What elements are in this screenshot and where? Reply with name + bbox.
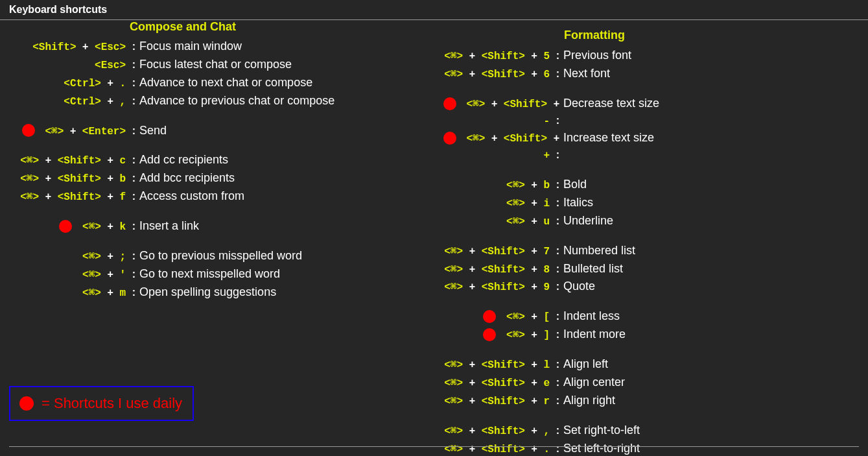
shortcut-row: <⌘> + b :Bold bbox=[433, 176, 662, 194]
shortcut-keys: <⌘> + <Shift> + 9 : bbox=[433, 279, 559, 296]
shortcut-description: Set left-to-right bbox=[563, 440, 640, 456]
shortcut-description: Focus main window bbox=[139, 38, 242, 56]
shortcut-description: Advance to next chat or compose bbox=[139, 74, 312, 92]
shortcut-keys: <Ctrl> + . : bbox=[9, 75, 135, 92]
shortcut-keys: <⌘> + <Shift> + - : bbox=[433, 96, 559, 130]
shortcut-description: Align right bbox=[563, 392, 615, 410]
shortcut-row: <⌘> + <Shift> + - :Decrease text size bbox=[433, 95, 662, 130]
shortcut-keys: <Ctrl> + , : bbox=[9, 93, 135, 110]
shortcut-description: Send bbox=[139, 122, 167, 140]
shortcut-description: Bold bbox=[563, 176, 587, 194]
shortcut-description: Go to previous misspelled word bbox=[139, 247, 302, 265]
shortcut-keys: <⌘> + u : bbox=[433, 213, 559, 230]
red-dot-icon bbox=[483, 310, 496, 323]
shortcut-row: <⌘> + ] :Indent more bbox=[433, 326, 662, 344]
shortcut-description: Focus latest chat or compose bbox=[139, 56, 292, 74]
shortcut-description: Increase text size bbox=[563, 129, 654, 147]
shortcut-keys: <Shift> + <Esc> : bbox=[9, 39, 135, 56]
shortcut-keys: <⌘> + <Shift> + 6 : bbox=[433, 66, 559, 83]
shortcut-keys: <⌘> + m : bbox=[9, 285, 135, 302]
shortcut-row: <⌘> + <Shift> + 8 :Bulleted list bbox=[433, 260, 662, 278]
shortcut-keys: <⌘> + <Shift> + 5 : bbox=[433, 48, 559, 65]
shortcut-keys: <⌘> + <Shift> + r : bbox=[433, 393, 559, 410]
shortcut-keys: <⌘> + <Shift> + 8 : bbox=[433, 261, 559, 278]
shortcut-description: Quote bbox=[563, 278, 595, 296]
shortcut-row: <⌘> + <Shift> + l :Align left bbox=[433, 355, 662, 374]
shortcut-group: <⌘> + <Shift> + l :Align left<⌘> + <Shif… bbox=[433, 355, 662, 410]
shortcut-description: Indent more bbox=[563, 326, 626, 344]
shortcut-keys: <⌘> + b : bbox=[433, 177, 559, 194]
shortcut-row: <⌘> + <Shift> + e :Align center bbox=[433, 374, 662, 392]
shortcut-keys: <⌘> + <Shift> + + : bbox=[433, 130, 559, 164]
footer-divider bbox=[9, 446, 859, 447]
shortcut-keys: <⌘> + <Shift> + , : bbox=[433, 423, 559, 440]
shortcut-keys: <⌘> + ] : bbox=[433, 327, 559, 344]
shortcut-row: <⌘> + <Shift> + 7 :Numbered list bbox=[433, 242, 662, 260]
shortcut-group: <⌘> + <Shift> + 7 :Numbered list<⌘> + <S… bbox=[433, 242, 662, 296]
shortcut-description: Next font bbox=[563, 65, 610, 83]
shortcut-keys: <⌘> + <Enter> : bbox=[9, 123, 135, 140]
shortcut-keys: <⌘> + i : bbox=[433, 195, 559, 212]
section-title-formatting: Formatting bbox=[564, 29, 625, 42]
red-dot-icon bbox=[19, 396, 34, 411]
section-title-compose: Compose and Chat bbox=[130, 20, 868, 34]
shortcut-keys: <⌘> + <Shift> + . : bbox=[433, 441, 559, 456]
shortcut-group: <⌘> + <Shift> + - :Decrease text size <⌘… bbox=[433, 95, 662, 164]
shortcut-description: Align center bbox=[563, 374, 625, 392]
red-dot-icon bbox=[443, 132, 456, 145]
red-dot-icon bbox=[443, 97, 456, 110]
shortcut-description: Add bcc recipients bbox=[139, 169, 235, 187]
shortcut-keys: <⌘> + <Shift> + b : bbox=[9, 171, 135, 187]
dialog-title: Keyboard shortcuts bbox=[9, 4, 107, 15]
legend-box: = Shortcuts I use daily bbox=[9, 386, 194, 421]
shortcut-description: Access custom from bbox=[139, 187, 244, 206]
shortcut-description: Go to next misspelled word bbox=[139, 265, 280, 283]
shortcut-row: <⌘> + u :Underline bbox=[433, 212, 662, 230]
shortcut-description: Previous font bbox=[563, 47, 631, 65]
shortcut-row: <⌘> + i :Italics bbox=[433, 194, 662, 212]
red-dot-icon bbox=[22, 124, 35, 137]
shortcut-keys: <⌘> + [ : bbox=[433, 309, 559, 326]
shortcut-keys: <⌘> + <Shift> + 7 : bbox=[433, 243, 559, 260]
shortcut-row: <⌘> + <Shift> + . :Set left-to-right bbox=[433, 440, 662, 456]
shortcut-row: <⌘> + <Shift> + , :Set right-to-left bbox=[433, 422, 662, 440]
shortcut-row: <⌘> + [ :Indent less bbox=[433, 307, 662, 326]
shortcut-keys: <⌘> + <Shift> + l : bbox=[433, 357, 559, 374]
shortcut-row: <⌘> + <Shift> + 9 :Quote bbox=[433, 278, 662, 296]
shortcut-group: <⌘> + <Shift> + 5 :Previous font<⌘> + <S… bbox=[433, 47, 662, 83]
shortcut-keys: <⌘> + <Shift> + e : bbox=[433, 375, 559, 392]
shortcut-row: <⌘> + <Shift> + + :Increase text size bbox=[433, 129, 662, 164]
shortcut-keys: <⌘> + ' : bbox=[9, 267, 135, 283]
shortcut-description: Numbered list bbox=[563, 242, 635, 260]
shortcut-row: <⌘> + <Shift> + 6 :Next font bbox=[433, 65, 662, 83]
shortcut-keys: <⌘> + k : bbox=[9, 219, 135, 235]
shortcut-description: Set right-to-left bbox=[563, 422, 640, 440]
shortcut-description: Decrease text size bbox=[563, 95, 659, 113]
shortcut-keys: <⌘> + ; : bbox=[9, 248, 135, 265]
shortcut-keys: <⌘> + <Shift> + f : bbox=[9, 189, 135, 206]
shortcut-description: Indent less bbox=[563, 307, 620, 326]
shortcut-description: Advance to previous chat or compose bbox=[139, 92, 334, 110]
shortcut-keys: <Esc> : bbox=[9, 57, 135, 74]
red-dot-icon bbox=[483, 328, 496, 341]
shortcut-group: <⌘> + b :Bold<⌘> + i :Italics<⌘> + u :Un… bbox=[433, 176, 662, 230]
shortcut-description: Bulleted list bbox=[563, 260, 623, 278]
shortcut-description: Insert a link bbox=[139, 217, 199, 235]
shortcut-row: <⌘> + <Shift> + 5 :Previous font bbox=[433, 47, 662, 65]
red-dot-icon bbox=[59, 220, 72, 233]
shortcut-description: Underline bbox=[563, 212, 613, 230]
shortcut-group: <⌘> + [ :Indent less <⌘> + ] :Indent mor… bbox=[433, 307, 662, 344]
shortcut-description: Add cc recipients bbox=[139, 151, 228, 169]
legend-text: = Shortcuts I use daily bbox=[41, 395, 182, 412]
shortcut-row: <⌘> + <Shift> + r :Align right bbox=[433, 392, 662, 410]
shortcut-group: <⌘> + <Shift> + , :Set right-to-left<⌘> … bbox=[433, 422, 662, 456]
shortcut-description: Italics bbox=[563, 194, 593, 212]
column-formatting: <⌘> + <Shift> + 5 :Previous font<⌘> + <S… bbox=[433, 47, 662, 456]
shortcut-keys: <⌘> + <Shift> + c : bbox=[9, 152, 135, 169]
shortcut-description: Align left bbox=[563, 355, 608, 374]
shortcut-description: Open spelling suggestions bbox=[139, 283, 276, 302]
dialog-header: Keyboard shortcuts bbox=[0, 0, 868, 20]
